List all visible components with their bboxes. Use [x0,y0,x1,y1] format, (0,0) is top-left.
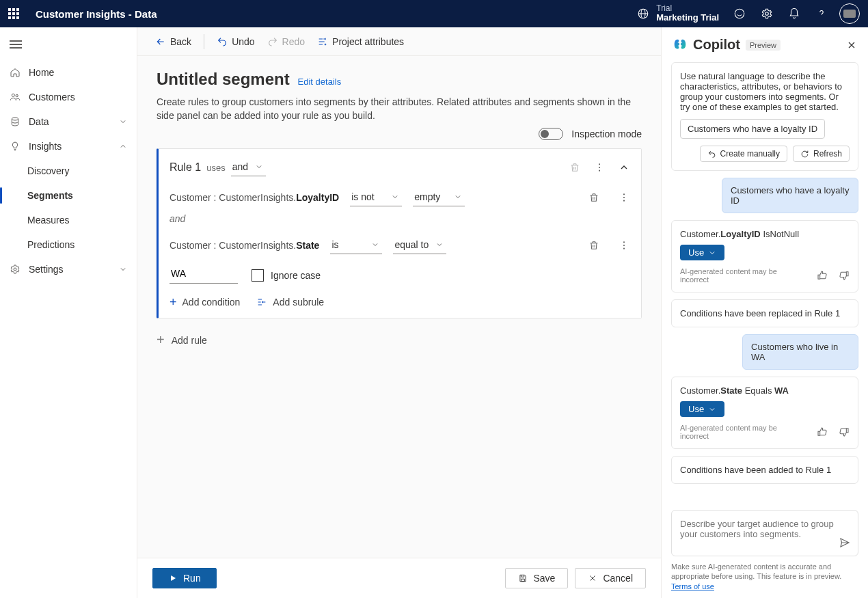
thumbs-down-icon[interactable] [839,426,850,437]
avatar[interactable] [839,3,860,24]
inspection-mode-toggle[interactable] [539,128,563,140]
feedback-icon[interactable] [733,7,746,21]
sidebar-item-insights[interactable]: Insights [0,134,137,159]
ai-disclaimer: AI-generated content may be incorrect [680,424,807,440]
add-condition-label: Add condition [182,297,241,308]
send-button[interactable] [839,536,851,549]
close-icon [588,573,597,583]
footer: Run Save Cancel [137,558,661,598]
copilot-intro-text: Use natural language to describe the cha… [680,71,850,112]
condition-operator-select[interactable]: is not [350,189,402,206]
delete-rule-button[interactable] [569,161,581,174]
sidebar-item-label: Settings [29,264,64,275]
chevron-down-icon [255,163,263,171]
app-launcher-icon[interactable] [8,8,22,19]
sidebar-item-measures[interactable]: Measures [0,208,137,232]
rule-more-button[interactable] [593,161,606,174]
sidebar-toggle[interactable] [0,33,137,56]
select-value: is not [351,191,374,202]
save-button[interactable]: Save [505,568,568,588]
more-vertical-icon [594,162,605,173]
refresh-icon [800,150,809,159]
settings-icon[interactable] [760,7,774,21]
gear-icon [10,264,21,275]
svg-point-3 [765,12,769,16]
delete-condition-button[interactable] [588,191,600,204]
thumbs-up-icon[interactable] [817,426,828,437]
condition-value-select[interactable]: empty [413,189,465,206]
add-rule-label: Add rule [172,335,207,346]
copilot-expression: Customer.LoyaltyID IsNotNull [680,229,850,239]
add-condition-button[interactable]: + Add condition [169,296,240,308]
copilot-ai-response: Customer.LoyaltyID IsNotNull Use AI-gene… [671,220,858,293]
add-subrule-button[interactable]: Add subrule [256,296,324,308]
thumbs-up-icon[interactable] [817,270,828,281]
add-rule-button[interactable]: + Add rule [157,332,642,348]
sidebar-item-data[interactable]: Data [0,109,137,134]
thumbs-down-icon[interactable] [839,270,850,281]
page-description: Create rules to group customers into seg… [157,96,635,122]
plus-icon: + [157,332,165,348]
copilot-input[interactable] [671,510,858,556]
project-attributes-button[interactable]: Project attributes [313,33,408,50]
insights-icon [10,141,21,152]
svg-point-16 [623,248,625,249]
condition-row: Customer : CustomerInsights.State is equ… [169,236,630,254]
sidebar-item-home[interactable]: Home [0,60,137,85]
svg-point-13 [623,200,625,202]
project-icon [317,36,328,47]
use-button[interactable]: Use [680,401,724,417]
sidebar-item-customers[interactable]: Customers [0,85,137,109]
cancel-label: Cancel [603,573,633,584]
cancel-button[interactable]: Cancel [575,568,646,588]
rule-collapse-button[interactable] [618,161,630,174]
rule-operator-select[interactable]: and [231,159,266,176]
chevron-down-icon [708,405,716,413]
condition-operator-select[interactable]: is [330,236,382,254]
condition-more-button[interactable] [618,191,630,204]
sidebar-item-settings[interactable]: Settings [0,257,137,282]
environment-picker[interactable]: Trial Marketing Trial [637,4,719,23]
edit-details-link[interactable]: Edit details [298,77,342,87]
globe-icon [637,8,649,20]
refresh-button[interactable]: Refresh [793,146,850,162]
svg-point-6 [12,118,18,120]
svg-point-15 [623,245,625,246]
use-button[interactable]: Use [680,245,724,260]
back-button[interactable]: Back [151,33,195,50]
content: Untitled segment Edit details Create rul… [137,56,661,558]
delete-condition-button[interactable] [588,239,600,252]
copilot-user-message: Customers who live in WA [742,334,858,370]
condition-value-select[interactable]: equal to [393,236,446,254]
subrule-icon [256,297,267,308]
sidebar-item-discovery[interactable]: Discovery [0,159,137,183]
condition-attribute: Customer : CustomerInsights.State [169,240,319,251]
run-button[interactable]: Run [152,568,217,588]
page-title: Untitled segment [157,70,290,88]
ignore-case-option[interactable]: Ignore case [252,269,321,282]
notifications-icon[interactable] [787,7,801,21]
svg-point-5 [16,94,18,96]
inspection-mode-label: Inspection mode [571,128,642,139]
close-copilot-button[interactable] [846,40,857,51]
condition-value-input[interactable] [169,267,238,284]
create-manually-button[interactable]: Create manually [700,146,787,162]
save-label: Save [533,573,555,584]
sidebar-item-segments[interactable]: Segments [0,183,137,208]
condition-more-button[interactable] [618,239,630,252]
undo-button[interactable]: Undo [213,33,258,50]
copilot-messages[interactable]: Use natural language to describe the cha… [662,59,868,506]
trash-icon [588,192,599,203]
undo-label: Undo [232,36,254,47]
select-value: equal to [394,239,429,250]
help-icon[interactable] [815,7,828,21]
save-icon [518,573,528,583]
sidebar-item-predictions[interactable]: Predictions [0,232,137,257]
copilot-suggestion[interactable]: Customers who have a loyalty ID [680,119,825,139]
copilot-icon [673,38,688,53]
undo-icon [217,36,228,47]
svg-point-10 [599,170,600,172]
rule-operator-value: and [232,161,248,172]
terms-link[interactable]: Terms of use [671,582,714,590]
copilot-textarea[interactable] [679,517,839,549]
